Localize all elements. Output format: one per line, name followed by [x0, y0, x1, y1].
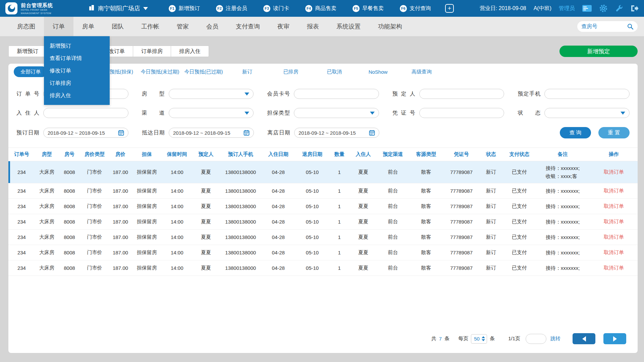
new-reservation-button[interactable]: 新增预定: [559, 46, 638, 57]
member-card-input[interactable]: [294, 89, 379, 99]
cancel-order-link[interactable]: 取消订单: [604, 265, 624, 270]
current-user[interactable]: 管理员: [559, 5, 575, 12]
quick-action-goods-sale[interactable]: F4 商品售卖: [305, 5, 336, 12]
cell-order-no: 234: [8, 245, 35, 260]
table-row[interactable]: 234大床房8008门市价187.00担保留房14:00夏夏1380013800…: [8, 260, 638, 276]
dropdown-item-assign-checkin[interactable]: 排房入住: [44, 89, 110, 102]
tab-cancelled[interactable]: 已取消: [313, 69, 356, 75]
cell-source: 散客: [409, 199, 444, 214]
tab-today-arrival-not-expired[interactable]: 今日预抵(未过期): [138, 69, 182, 75]
nav-item-reports[interactable]: 报表: [298, 17, 328, 36]
tab-all-orders[interactable]: 全部订单: [14, 66, 47, 77]
booking-date-range[interactable]: 2018-09-12 ~ 2018-09-15: [43, 128, 128, 138]
cancel-order-link[interactable]: 取消订单: [604, 249, 624, 255]
search-icon[interactable]: [627, 23, 634, 30]
quick-action-read-card[interactable]: F3 读门卡: [263, 5, 289, 12]
nav-item-housekeeper[interactable]: 管家: [168, 17, 198, 36]
room-search-box[interactable]: [577, 21, 638, 32]
jump-button[interactable]: 跳转: [550, 336, 560, 342]
table-row[interactable]: 234大床房8008门市价187.00担保留房14:00夏夏1380013800…: [8, 183, 638, 199]
tab-room-assigned[interactable]: 已排房: [269, 69, 313, 75]
per-page-stepper[interactable]: 50: [471, 334, 487, 344]
tab-advanced-query[interactable]: 高级查询: [400, 69, 443, 75]
channel-select[interactable]: [169, 108, 254, 118]
quick-action-breakfast-sale[interactable]: F5 早餐售卖: [353, 5, 384, 12]
quick-action-register-member[interactable]: F2 注册会员: [216, 5, 247, 12]
table-row[interactable]: 234大床房8008门市价187.00担保留房14:00夏夏1380013800…: [8, 161, 638, 183]
nav-item-function-structure[interactable]: 功能架构: [369, 17, 411, 36]
nav-item-room-status-map[interactable]: 房态图: [8, 17, 44, 36]
table-row[interactable]: 234大床房8008门市价187.00担保留房14:00夏夏1380013800…: [8, 230, 638, 245]
nav-item-system-settings[interactable]: 系统设置: [328, 17, 369, 36]
tab-today-arrival-expired[interactable]: 今日预抵(已过期): [182, 69, 225, 75]
table-row[interactable]: 234大床房8008门市价187.00担保留房14:00夏夏1380013800…: [8, 199, 638, 214]
calendar-icon[interactable]: [244, 130, 250, 136]
guarantee-type-select[interactable]: [294, 108, 379, 118]
room-type-select[interactable]: [169, 89, 254, 99]
status-select[interactable]: [544, 108, 630, 118]
assign-checkin-button[interactable]: 排房入住: [171, 46, 209, 57]
cell-action: 取消订单: [590, 260, 638, 276]
tab-noshow[interactable]: NoShow: [356, 69, 400, 75]
room-search-input[interactable]: [581, 23, 625, 29]
voucher-no-field[interactable]: [424, 110, 500, 116]
order-room-assign-button[interactable]: 订单排房: [133, 46, 171, 57]
booker-field[interactable]: [424, 91, 500, 97]
dropdown-item-order-room-assign[interactable]: 订单排房: [44, 77, 110, 89]
cancel-order-link[interactable]: 取消订单: [604, 234, 624, 240]
room-card-icon[interactable]: [582, 5, 592, 12]
arrow-up-icon[interactable]: [482, 336, 485, 338]
cell-status: 新订: [479, 183, 503, 199]
stepper-arrows[interactable]: [482, 336, 485, 341]
new-booking-button[interactable]: 新增预订: [8, 46, 47, 57]
jump-page-input[interactable]: [526, 334, 546, 344]
query-button[interactable]: 查 询: [560, 127, 591, 138]
dropdown-item-new-booking[interactable]: 新增预订: [44, 40, 110, 52]
cell-hold-time: 14:00: [162, 214, 192, 230]
table-row[interactable]: 234大床房8008门市价187.00担保留房14:00夏夏1380013800…: [8, 214, 638, 230]
booker-phone-input[interactable]: [544, 89, 630, 99]
table-row[interactable]: 234大床房8008门市价187.00担保留房14:00夏夏1380013800…: [8, 245, 638, 260]
member-card-field[interactable]: [298, 91, 375, 97]
guest-field[interactable]: [48, 110, 124, 116]
add-quick-action-button[interactable]: +: [445, 4, 454, 13]
guest-input[interactable]: [43, 108, 128, 118]
booker-input[interactable]: [419, 89, 504, 99]
nav-item-payment-query[interactable]: 支付查询: [227, 17, 269, 36]
reset-button[interactable]: 重 置: [598, 127, 630, 138]
voucher-no-input[interactable]: [419, 108, 504, 118]
cancel-order-link[interactable]: 取消订单: [604, 169, 624, 175]
nav-item-orders[interactable]: 订单: [44, 17, 73, 36]
departure-date-range[interactable]: 2018-09-12 ~ 2018-09-15: [294, 128, 379, 138]
next-page-button[interactable]: [603, 333, 626, 344]
wrench-icon[interactable]: [615, 4, 623, 12]
calendar-icon[interactable]: [369, 130, 375, 136]
cell-price: 187.00: [109, 161, 132, 183]
cancel-order-link[interactable]: 取消订单: [604, 188, 624, 193]
booker-phone-field[interactable]: [549, 91, 625, 97]
cancel-order-link[interactable]: 取消订单: [604, 203, 624, 209]
cell-voucher-no: 77789087: [444, 245, 479, 260]
quick-action-payment-query[interactable]: F6 支付查询: [400, 5, 431, 12]
tab-new-orders[interactable]: 新订: [225, 69, 269, 75]
quick-action-new-booking[interactable]: F1 新增预订: [169, 5, 200, 12]
calendar-icon[interactable]: [118, 130, 124, 136]
nav-item-work-accounts[interactable]: 工作帐: [132, 17, 168, 36]
cell-room-no: 8008: [59, 199, 80, 214]
cell-source: 散客: [409, 230, 444, 245]
prev-page-button[interactable]: [573, 333, 595, 344]
cell-remark-lines: 接待：xxxxxxx;: [536, 183, 590, 199]
nav-item-room-bills[interactable]: 房单: [73, 17, 103, 36]
nav-item-members[interactable]: 会员: [198, 17, 227, 36]
arrival-date-range[interactable]: 2018-09-12 ~ 2018-09-15: [169, 128, 254, 138]
dropdown-item-view-order-detail[interactable]: 查看订单详情: [44, 52, 110, 64]
arrow-down-icon[interactable]: [482, 339, 485, 341]
dropdown-item-modify-order[interactable]: 修改订单: [44, 64, 110, 77]
gear-icon[interactable]: [599, 4, 608, 13]
nav-item-night-audit[interactable]: 夜审: [269, 17, 298, 36]
orders-panel: 全部订单 今日预抵(担保) 今日预抵(未过期) 今日预抵(已过期) 新订 已排房…: [8, 64, 638, 353]
cancel-order-link[interactable]: 取消订单: [604, 219, 624, 224]
store-selector[interactable]: 南宁朝阳广场店: [88, 4, 148, 13]
logout-icon[interactable]: [631, 5, 639, 12]
nav-item-teams[interactable]: 团队: [103, 17, 132, 36]
